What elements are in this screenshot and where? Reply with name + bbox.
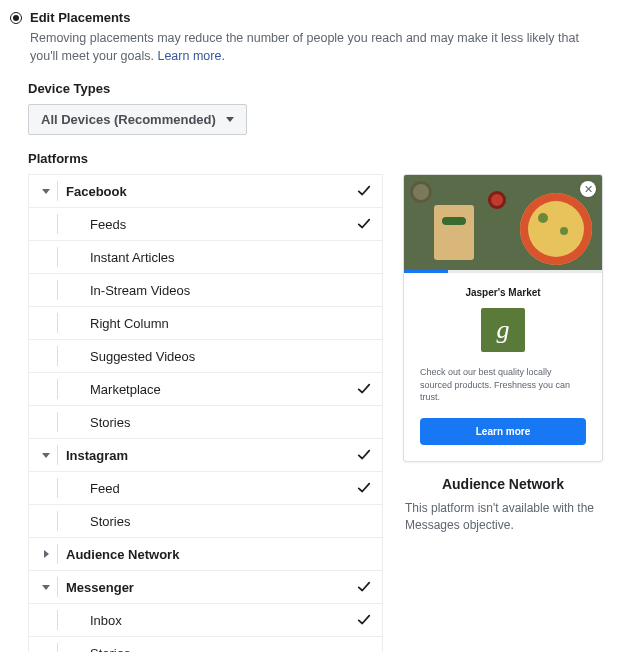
platform-item-label: Stories — [60, 646, 356, 652]
platform-group-messenger[interactable]: Messenger — [29, 571, 382, 604]
platform-item[interactable]: Right Column — [29, 307, 382, 340]
preview-title: Audience Network — [403, 476, 603, 492]
description-text: Removing placements may reduce the numbe… — [30, 31, 579, 63]
divider — [57, 610, 58, 630]
platform-item-label: Inbox — [60, 613, 356, 628]
ad-preview-card: ✕ Jasper's Market g Check out our best q… — [403, 174, 603, 462]
divider — [57, 214, 58, 234]
divider — [57, 544, 58, 564]
chevron-right-icon — [44, 550, 49, 558]
platform-item-label: Suggested Videos — [60, 349, 356, 364]
ad-brand-name: Jasper's Market — [420, 287, 586, 298]
platform-group-audience-network[interactable]: Audience Network — [29, 538, 382, 571]
checkmark-icon[interactable] — [356, 217, 372, 231]
platform-group-label: Messenger — [60, 580, 356, 595]
checkmark-icon[interactable] — [356, 184, 372, 198]
caret-down-icon — [226, 117, 234, 122]
ad-body-text: Check out our best quality locally sourc… — [420, 366, 586, 404]
ad-cta-button[interactable]: Learn more — [420, 418, 586, 445]
divider — [57, 478, 58, 498]
platform-group-label: Audience Network — [60, 547, 356, 562]
platform-item[interactable]: Suggested Videos — [29, 340, 382, 373]
checkmark-icon[interactable] — [356, 580, 372, 594]
platform-item-label: Stories — [60, 514, 356, 529]
platform-group-label: Instagram — [60, 448, 356, 463]
divider — [57, 412, 58, 432]
platform-item-label: Marketplace — [60, 382, 356, 397]
platform-item-label: In-Stream Videos — [60, 283, 356, 298]
divider — [57, 445, 58, 465]
platform-group-label: Facebook — [60, 184, 356, 199]
divider — [57, 280, 58, 300]
divider — [57, 346, 58, 366]
device-types-dropdown[interactable]: All Devices (Recommended) — [28, 104, 247, 135]
platform-group-facebook[interactable]: Facebook — [29, 175, 382, 208]
checkmark-icon[interactable] — [356, 448, 372, 462]
learn-more-link[interactable]: Learn more. — [157, 49, 224, 63]
divider — [57, 313, 58, 333]
platform-item[interactable]: Instant Articles — [29, 241, 382, 274]
checkmark-icon[interactable] — [356, 481, 372, 495]
platform-item[interactable]: Marketplace — [29, 373, 382, 406]
platforms-tree: FacebookFeedsInstant ArticlesIn-Stream V… — [28, 174, 383, 652]
platform-item[interactable]: In-Stream Videos — [29, 274, 382, 307]
preview-panel: ✕ Jasper's Market g Check out our best q… — [403, 174, 603, 533]
platform-item-label: Feed — [60, 481, 356, 496]
section-title: Edit Placements — [30, 10, 606, 25]
platform-item-label: Right Column — [60, 316, 356, 331]
device-types-label: Device Types — [28, 81, 606, 96]
chevron-down-icon — [42, 189, 50, 194]
platform-item[interactable]: Stories — [29, 505, 382, 538]
platform-item[interactable]: Feeds — [29, 208, 382, 241]
platforms-label: Platforms — [28, 151, 606, 166]
divider — [57, 643, 58, 652]
platform-item-label: Stories — [60, 415, 356, 430]
platform-group-instagram[interactable]: Instagram — [29, 439, 382, 472]
divider — [57, 379, 58, 399]
chevron-down-icon — [42, 453, 50, 458]
edit-placements-radio[interactable] — [10, 12, 22, 24]
checkmark-icon[interactable] — [356, 613, 372, 627]
platform-item[interactable]: Feed — [29, 472, 382, 505]
checkmark-icon[interactable] — [356, 382, 372, 396]
divider — [57, 247, 58, 267]
ad-brand-logo: g — [481, 308, 525, 352]
preview-description: This platform isn't available with the M… — [403, 500, 603, 534]
platform-item[interactable]: Stories — [29, 406, 382, 439]
divider — [57, 577, 58, 597]
section-description: Removing placements may reduce the numbe… — [30, 29, 590, 65]
device-types-selected: All Devices (Recommended) — [41, 112, 216, 127]
divider — [57, 511, 58, 531]
platform-item[interactable]: Inbox — [29, 604, 382, 637]
divider — [57, 181, 58, 201]
platform-item-label: Instant Articles — [60, 250, 356, 265]
platform-item-label: Feeds — [60, 217, 356, 232]
platform-item[interactable]: Stories — [29, 637, 382, 652]
ad-hero-image — [404, 175, 602, 270]
chevron-down-icon — [42, 585, 50, 590]
